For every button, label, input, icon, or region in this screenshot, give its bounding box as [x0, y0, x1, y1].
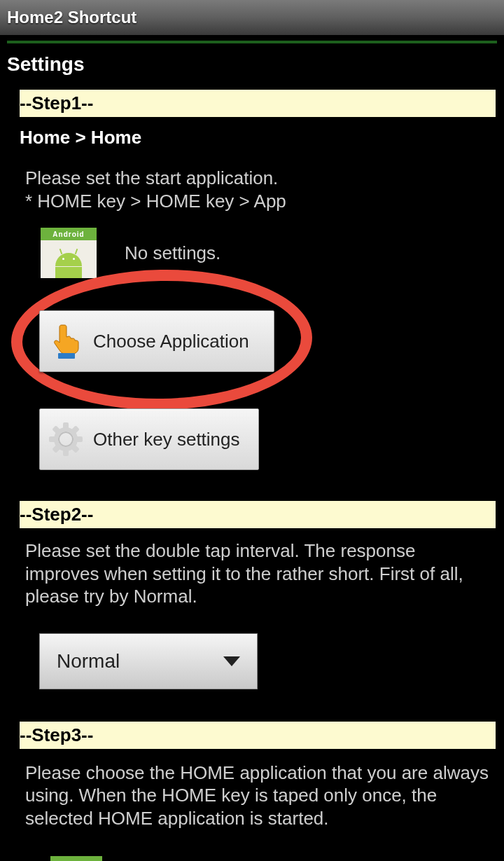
- choose-application-label: Choose Application: [93, 331, 249, 352]
- android-app-icon: Android: [41, 228, 97, 278]
- step2-header: --Step2--: [20, 501, 496, 528]
- android-app-icon-partial: [50, 856, 102, 861]
- interval-dropdown-value: Normal: [57, 650, 120, 673]
- page-title: Settings: [0, 43, 504, 83]
- step3-description: Please choose the HOME application that …: [8, 753, 496, 837]
- step1-header: --Step1--: [20, 90, 496, 117]
- other-key-settings-button[interactable]: Other key settings: [39, 408, 259, 470]
- pointing-hand-icon: [48, 324, 83, 359]
- step1-status: No settings.: [125, 242, 220, 264]
- step2-description: Please set the double tap interval. The …: [8, 532, 496, 615]
- gear-icon: [48, 422, 83, 457]
- app-title: Home2 Shortcut: [7, 8, 136, 27]
- breadcrumb: Home > Home: [8, 121, 496, 154]
- interval-dropdown[interactable]: Normal: [39, 633, 258, 689]
- chevron-down-icon: [223, 656, 240, 666]
- step3-header: --Step3--: [20, 722, 496, 749]
- other-key-settings-label: Other key settings: [93, 429, 240, 450]
- svg-rect-0: [58, 353, 75, 359]
- step1-description: Please set the start application. * HOME…: [8, 154, 496, 219]
- choose-application-button[interactable]: Choose Application: [39, 310, 274, 372]
- title-bar: Home2 Shortcut: [0, 0, 504, 35]
